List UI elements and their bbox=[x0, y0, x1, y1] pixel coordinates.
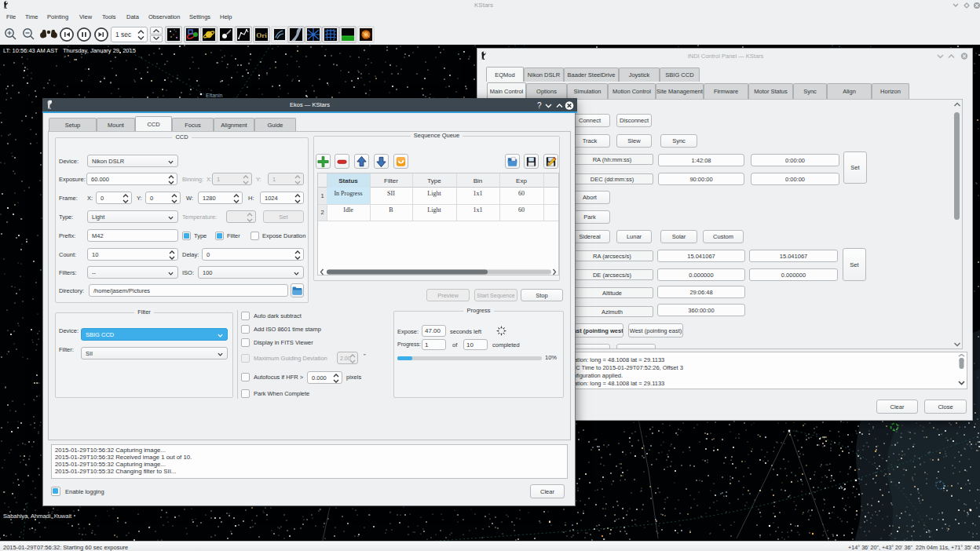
svg-text:?: ? bbox=[537, 101, 542, 110]
svg-text:Ori: Ori bbox=[256, 31, 267, 39]
